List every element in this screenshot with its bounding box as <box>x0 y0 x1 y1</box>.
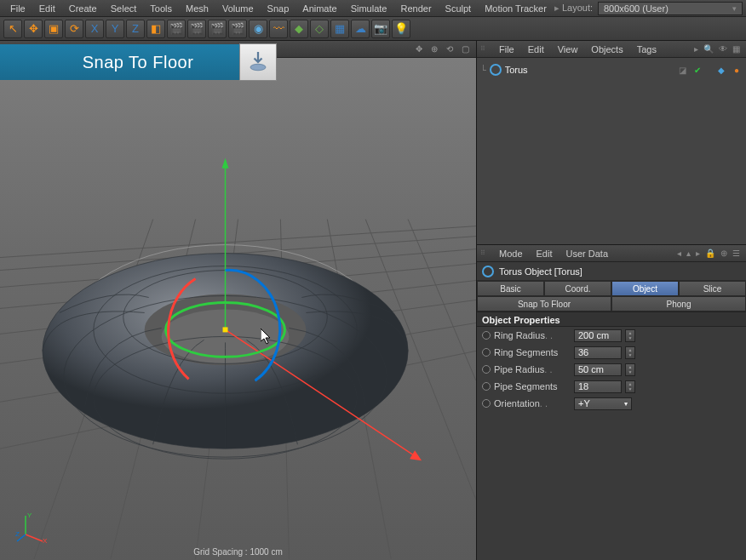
property-row: Orientation+Y▾ <box>477 395 746 412</box>
tool-spline[interactable]: 〰 <box>269 20 288 38</box>
property-row: Ring Radius200 cm▲▼ <box>477 327 746 344</box>
keyframe-radio[interactable] <box>482 399 491 408</box>
property-row: Ring Segments36▲▼ <box>477 344 746 361</box>
main-menubar: File Edit Create Select Tools Mesh Volum… <box>0 0 746 17</box>
vp-nav-icon[interactable]: ⟲ <box>444 43 456 55</box>
spinner-buttons[interactable]: ▲▼ <box>625 380 635 393</box>
keyframe-radio[interactable] <box>482 382 491 391</box>
menu-render[interactable]: Render <box>393 3 438 14</box>
am-menu-userdata[interactable]: User Data <box>560 249 616 259</box>
svg-text:X: X <box>43 537 48 545</box>
menu-file[interactable]: File <box>3 3 32 14</box>
tool-environment[interactable]: ☁ <box>351 20 370 38</box>
am-menu-edit[interactable]: Edit <box>530 249 560 259</box>
menu-mesh[interactable]: Mesh <box>179 3 215 14</box>
tool-camera[interactable]: 📷 <box>371 20 390 38</box>
nav-back-icon[interactable]: ◂ <box>674 249 684 258</box>
visibility-tag-icon[interactable]: ✔ <box>691 64 703 76</box>
tab-basic[interactable]: Basic <box>477 281 544 296</box>
tool-select[interactable]: ↖ <box>3 20 22 38</box>
tree-item-label: Torus <box>505 65 673 75</box>
keyframe-radio[interactable] <box>482 331 491 340</box>
tool-primitive[interactable]: ◉ <box>249 20 267 38</box>
vp-nav-icon[interactable]: ✥ <box>413 43 425 55</box>
axis-x[interactable]: X <box>85 20 104 38</box>
torus-icon <box>490 64 502 76</box>
tool-deformer[interactable]: ▦ <box>330 20 349 38</box>
tool-coord[interactable]: ◧ <box>146 20 165 38</box>
panel-grip-icon[interactable]: ⠿ <box>480 249 492 257</box>
keyframe-radio[interactable] <box>482 348 491 357</box>
om-menu-objects[interactable]: Objects <box>584 44 629 54</box>
om-nav-right-icon[interactable]: ▸ <box>691 44 701 54</box>
tree-item-torus[interactable]: └ Torus ◪ ✔ ◆ ● <box>480 61 743 78</box>
menu-simulate[interactable]: Simulate <box>344 3 394 14</box>
menu-volume[interactable]: Volume <box>215 3 261 14</box>
om-menu-view[interactable]: View <box>551 44 585 54</box>
layer-tag-icon[interactable]: ◪ <box>676 64 688 76</box>
tool-rotate[interactable]: ⟳ <box>65 20 83 38</box>
tool-scale[interactable]: ▣ <box>44 20 63 38</box>
snap-to-floor-icon <box>239 43 277 81</box>
menu-motion-tracker[interactable]: Motion Tracker <box>478 3 554 14</box>
grid-icon[interactable]: ▦ <box>730 44 743 54</box>
tool-render-pv[interactable]: 🎬 <box>167 20 186 38</box>
menu-edit[interactable]: Edit <box>32 3 62 14</box>
nav-up-icon[interactable]: ▴ <box>684 249 693 258</box>
tool-generator[interactable]: ◆ <box>290 20 308 38</box>
om-menu-edit[interactable]: Edit <box>521 44 551 54</box>
vp-nav-icon[interactable]: ▢ <box>459 43 471 55</box>
property-dropdown[interactable]: +Y▾ <box>574 397 632 410</box>
object-manager-menubar: ⠿ File Edit View Objects Tags ▸ 🔍 👁 ▦ <box>477 41 746 58</box>
tab-object[interactable]: Object <box>611 281 679 296</box>
menu-snap[interactable]: Snap <box>261 3 296 14</box>
tab-snap-to-floor[interactable]: Snap To Floor <box>477 296 611 311</box>
tab-coord[interactable]: Coord. <box>544 281 611 296</box>
property-row: Pipe Segments18▲▼ <box>477 378 746 395</box>
snap-tag-icon[interactable]: ◆ <box>715 64 727 76</box>
layout-label: Layout: <box>554 3 593 14</box>
om-menu-tags[interactable]: Tags <box>630 44 663 54</box>
viewport-header: Snap To Floor Render ✥ ⊕ ⟲ ▢ <box>0 41 476 58</box>
menu-animate[interactable]: Animate <box>296 3 343 14</box>
tool-move[interactable]: ✥ <box>24 20 43 38</box>
tab-phong[interactable]: Phong <box>611 296 746 311</box>
object-tree[interactable]: └ Torus ◪ ✔ ◆ ● <box>477 58 746 245</box>
tool-light[interactable]: 💡 <box>392 20 410 38</box>
menu-select[interactable]: Select <box>104 3 144 14</box>
viewport-3d[interactable]: Y X Z Grid Spacing : 1000 cm <box>0 58 476 560</box>
tool-generator2[interactable]: ◇ <box>310 20 329 38</box>
eye-icon[interactable]: 👁 <box>716 44 730 54</box>
lock-icon[interactable]: 🔒 <box>703 249 718 258</box>
tool-render-pc[interactable]: 🎬 <box>187 20 206 38</box>
new-icon[interactable]: ⊕ <box>718 249 730 258</box>
menu-sculpt[interactable]: Sculpt <box>439 3 479 14</box>
om-menu-file[interactable]: File <box>492 44 521 54</box>
search-icon[interactable]: 🔍 <box>701 44 716 54</box>
spinner-buttons[interactable]: ▲▼ <box>625 329 635 342</box>
am-menu-mode[interactable]: Mode <box>492 249 530 259</box>
chevron-down-icon: ▾ <box>624 400 628 408</box>
axis-y[interactable]: Y <box>106 20 124 38</box>
menu-create[interactable]: Create <box>62 3 104 14</box>
tool-render-queue[interactable]: 🎬 <box>208 20 227 38</box>
spinner-buttons[interactable]: ▲▼ <box>625 346 635 359</box>
phong-tag-icon[interactable]: ● <box>731 64 743 76</box>
nav-fwd-icon[interactable]: ▸ <box>693 249 703 258</box>
list-icon[interactable]: ☰ <box>730 249 743 258</box>
tool-render-settings[interactable]: 🎬 <box>228 20 247 38</box>
property-input[interactable]: 18 <box>574 380 622 393</box>
spinner-buttons[interactable]: ▲▼ <box>625 363 635 376</box>
vp-nav-icon[interactable]: ⊕ <box>428 43 440 55</box>
property-input[interactable]: 50 cm <box>574 363 622 376</box>
property-input[interactable]: 200 cm <box>574 329 622 342</box>
svg-point-0 <box>250 64 266 71</box>
panel-grip-icon[interactable]: ⠿ <box>480 45 492 53</box>
tree-branch-icon: └ <box>480 65 486 76</box>
axis-z[interactable]: Z <box>126 20 145 38</box>
keyframe-radio[interactable] <box>482 365 491 374</box>
property-input[interactable]: 36 <box>574 346 622 359</box>
layout-dropdown[interactable]: 800x600 (User) ▾ <box>598 2 743 15</box>
menu-tools[interactable]: Tools <box>143 3 179 14</box>
tab-slice[interactable]: Slice <box>679 281 746 296</box>
